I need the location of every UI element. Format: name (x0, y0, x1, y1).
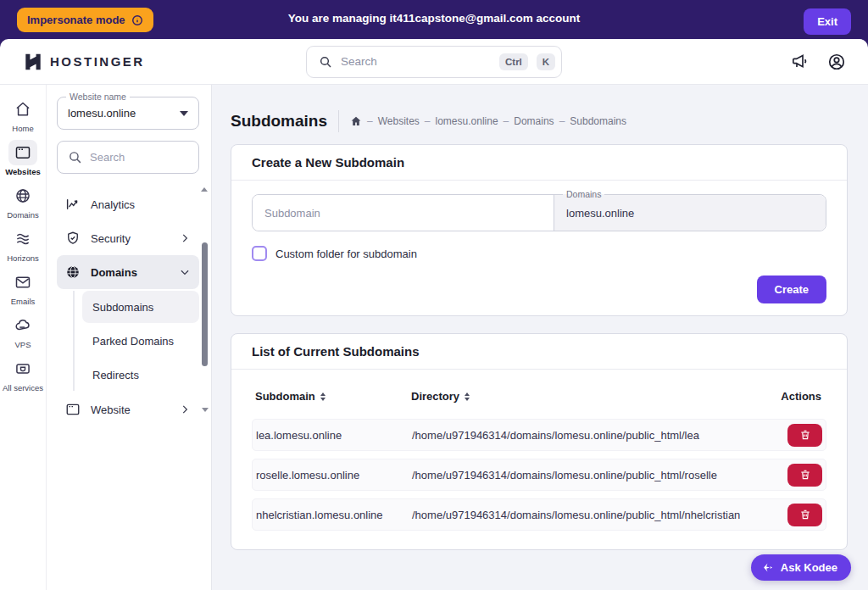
chevron-right-icon (179, 232, 191, 244)
ask-kodee-button[interactable]: Ask Kodee (751, 554, 851, 581)
sidebar-item-subdomains[interactable]: Subdomains (82, 291, 199, 323)
megaphone-icon[interactable] (791, 53, 809, 70)
sidebar-item-security[interactable]: Security (57, 221, 199, 255)
list-card-body: Subdomain Directory Actions lea.lomesu.o… (231, 370, 847, 549)
sidebar-search[interactable] (57, 141, 199, 174)
breadcrumb-home-icon[interactable] (350, 115, 362, 127)
envelope-icon (8, 270, 37, 295)
subdomain-field-group: Domains lomesu.online (252, 194, 826, 231)
create-card-footer: Create (252, 276, 826, 303)
shortcut-ctrl-badge: Ctrl (499, 53, 528, 70)
search-icon (319, 55, 332, 69)
analytics-icon (65, 197, 81, 212)
cloud-icon (8, 313, 37, 338)
delete-subdomain-button[interactable] (787, 424, 822, 447)
scrollbar-thumb[interactable] (202, 242, 208, 366)
table-row: nhelcristian.lomesu.online /home/u971946… (252, 498, 826, 531)
website-name-label: Website name (66, 92, 130, 102)
rail-item-vps[interactable]: VPS (0, 313, 46, 350)
list-card-title: List of Current Subdomains (231, 334, 847, 370)
hostinger-logo[interactable]: HOSTINGER (0, 53, 145, 71)
waves-icon (8, 226, 37, 252)
sidebar-scrollbar[interactable] (201, 173, 209, 412)
custom-folder-option[interactable]: Custom folder for subdomain (252, 246, 826, 261)
sidebar-item-redirects[interactable]: Redirects (82, 359, 199, 391)
breadcrumb-domains[interactable]: Domains (504, 115, 554, 127)
page-title: Subdomains (231, 112, 327, 131)
browser-window-icon (65, 402, 81, 417)
rail-item-emails[interactable]: Emails (0, 270, 46, 307)
domains-field: Domains lomesu.online (554, 195, 826, 231)
services-box-icon (8, 356, 37, 381)
table-row: lea.lomesu.online /home/u971946314/domai… (252, 419, 826, 451)
domains-field-value: lomesu.online (566, 207, 634, 220)
subdomain-list-card: List of Current Subdomains Subdomain Dir… (231, 333, 848, 550)
app-body: Home Websites Domains Horizons (0, 85, 868, 590)
app-header: HOSTINGER Ctrl K (0, 39, 868, 85)
subdomain-cell: roselle.lomesu.online (256, 469, 412, 481)
breadcrumb-site[interactable]: lomesu.online (425, 115, 498, 127)
column-directory[interactable]: Directory (411, 390, 757, 403)
table-row: roselle.lomesu.online /home/u971946314/d… (252, 459, 826, 491)
actions-cell (756, 464, 822, 487)
sidebar-item-domains[interactable]: Domains (57, 255, 199, 289)
subdomain-cell: nhelcristian.lomesu.online (256, 509, 412, 521)
nav-rail: Home Websites Domains Horizons (0, 85, 47, 590)
title-divider (338, 110, 339, 132)
rail-item-domains[interactable]: Domains (0, 183, 46, 220)
exit-button[interactable]: Exit (804, 8, 851, 35)
create-subdomain-card: Create a New Subdomain Domains lomesu.on… (231, 144, 848, 316)
sort-icon (465, 392, 470, 401)
rail-item-websites[interactable]: Websites (0, 140, 46, 177)
impersonate-mode-badge[interactable]: Impersonate mode (17, 8, 153, 32)
globe-filled-icon (65, 264, 81, 280)
sort-icon (320, 392, 326, 401)
sidebar-item-parked-domains[interactable]: Parked Domains (82, 325, 199, 357)
hostinger-logomark-icon (24, 53, 42, 71)
domains-field-label: Domains (563, 189, 604, 199)
rail-item-all-services[interactable]: All services (0, 356, 46, 393)
delete-subdomain-button[interactable] (787, 464, 822, 487)
breadcrumb-subdomains: Subdomains (559, 115, 626, 127)
directory-cell: /home/u971946314/domains/lomesu.online/p… (412, 509, 756, 521)
directory-cell: /home/u971946314/domains/lomesu.online/p… (412, 469, 756, 481)
create-button[interactable]: Create (757, 276, 826, 303)
domains-submenu: Subdomains Parked Domains Redirects (73, 291, 199, 391)
account-icon[interactable] (827, 53, 846, 71)
website-name-value: lomesu.online (68, 107, 180, 120)
global-search[interactable]: Ctrl K (306, 46, 562, 78)
column-subdomain[interactable]: Subdomain (255, 390, 411, 403)
scroll-up-arrow[interactable] (201, 173, 208, 192)
sidebar-item-analytics[interactable]: Analytics (57, 187, 199, 221)
rail-item-horizons[interactable]: Horizons (0, 226, 46, 264)
create-card-title: Create a New Subdomain (231, 145, 847, 181)
directory-cell: /home/u971946314/domains/lomesu.online/p… (412, 429, 756, 442)
sidebar-search-input[interactable] (90, 151, 188, 164)
sidebar-item-website[interactable]: Website (57, 392, 199, 426)
page-header: Subdomains Websites lomesu.online Domain… (231, 110, 848, 132)
website-sidebar: Website name lomesu.online Analytics (47, 85, 212, 590)
globe-icon (8, 183, 37, 209)
create-card-body: Domains lomesu.online Custom folder for … (231, 181, 847, 315)
website-name-select[interactable]: Website name lomesu.online (57, 97, 199, 130)
main-content: Subdomains Websites lomesu.online Domain… (212, 85, 868, 590)
search-icon (68, 150, 82, 164)
hostinger-wordmark: HOSTINGER (50, 54, 145, 69)
sidebar-menu: Analytics Security Domains (57, 187, 199, 426)
shield-check-icon (65, 231, 81, 246)
rail-item-home[interactable]: Home (0, 97, 46, 134)
header-icons (791, 53, 846, 71)
kodee-icon (761, 561, 774, 574)
actions-cell (756, 424, 822, 447)
delete-subdomain-button[interactable] (787, 504, 822, 526)
chevron-down-icon (180, 111, 188, 116)
chevron-right-icon (179, 404, 191, 415)
scroll-down-arrow[interactable] (202, 408, 209, 412)
table-header-row: Subdomain Directory Actions (252, 383, 826, 411)
subdomain-input[interactable] (253, 195, 554, 231)
global-search-input[interactable] (341, 55, 491, 68)
custom-folder-checkbox[interactable] (252, 246, 267, 261)
breadcrumb-websites[interactable]: Websites (367, 115, 420, 127)
chevron-down-icon (179, 266, 191, 278)
browser-window-icon (8, 140, 37, 165)
